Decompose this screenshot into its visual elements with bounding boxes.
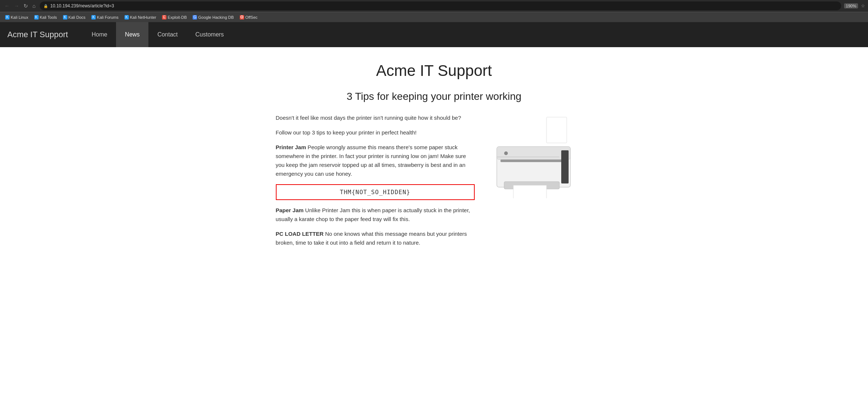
bookmark-label: Google Hacking DB bbox=[198, 15, 234, 20]
back-button[interactable]: ← bbox=[3, 2, 11, 10]
address-bar[interactable]: 🔒 10.10.194.239/news/article?id=3 bbox=[40, 1, 841, 10]
nav-links: HomeNewsContactCustomers bbox=[83, 22, 233, 47]
bookmark-item[interactable]: KKali NetHunter bbox=[122, 14, 159, 20]
bookmark-favicon: K bbox=[34, 15, 39, 20]
bookmark-label: Exploit-DB bbox=[168, 15, 187, 20]
bookmark-label: Kali Forums bbox=[97, 15, 119, 20]
svg-point-7 bbox=[504, 151, 508, 155]
paragraph-1: Doesn't it feel like most days the print… bbox=[276, 113, 475, 122]
svg-rect-2 bbox=[497, 147, 570, 160]
printer-image-container bbox=[489, 113, 593, 200]
url-text: 10.10.194.239/news/article?id=3 bbox=[50, 3, 837, 8]
lock-icon: 🔒 bbox=[43, 4, 48, 8]
printer-jam-paragraph: Printer Jam People wrongly assume this m… bbox=[276, 143, 475, 178]
bookmark-item[interactable]: KKali Docs bbox=[61, 14, 88, 20]
bookmark-favicon: K bbox=[124, 15, 129, 20]
bookmarks-bar: KKali LinuxKKali ToolsKKali DocsKKali Fo… bbox=[0, 12, 868, 22]
bookmark-favicon: O bbox=[240, 15, 244, 20]
site-navigation: Acme IT Support HomeNewsContactCustomers bbox=[0, 22, 868, 47]
article-title: 3 Tips for keeping your printer working bbox=[276, 91, 593, 102]
printer-jam-label: Printer Jam bbox=[276, 144, 306, 150]
page-title: Acme IT Support bbox=[276, 62, 593, 80]
nav-link-home[interactable]: Home bbox=[83, 22, 116, 47]
bookmark-label: Kali Docs bbox=[68, 15, 85, 20]
nav-buttons: ← → ↻ ⌂ bbox=[3, 2, 37, 10]
bookmark-favicon: E bbox=[162, 15, 166, 20]
nav-link-customers[interactable]: Customers bbox=[187, 22, 233, 47]
bookmark-item[interactable]: KKali Forums bbox=[89, 14, 121, 20]
browser-chrome: ← → ↻ ⌂ 🔒 10.10.194.239/news/article?id=… bbox=[0, 0, 868, 22]
home-button[interactable]: ⌂ bbox=[31, 2, 37, 10]
bookmark-item[interactable]: EExploit-DB bbox=[160, 14, 189, 20]
pc-load-label: PC LOAD LETTER bbox=[276, 231, 324, 237]
bookmark-favicon: G bbox=[193, 15, 197, 20]
nav-link-news[interactable]: News bbox=[116, 22, 148, 47]
bookmark-label: Kali NetHunter bbox=[130, 15, 157, 20]
zoom-level: 190% bbox=[844, 3, 858, 8]
bookmark-item[interactable]: GGoogle Hacking DB bbox=[190, 14, 236, 20]
bookmark-item[interactable]: KKali Linux bbox=[3, 14, 31, 20]
bookmark-item[interactable]: KKali Tools bbox=[32, 14, 59, 20]
paper-jam-paragraph: Paper Jam Unlike Printer Jam this is whe… bbox=[276, 206, 475, 224]
main-content: Acme IT Support 3 Tips for keeping your … bbox=[268, 47, 600, 268]
star-icon[interactable]: ☆ bbox=[861, 3, 865, 8]
reload-button[interactable]: ↻ bbox=[22, 2, 29, 10]
site-logo[interactable]: Acme IT Support bbox=[7, 30, 68, 39]
svg-rect-0 bbox=[547, 117, 567, 143]
bookmark-item[interactable]: OOffSec bbox=[238, 14, 260, 20]
svg-rect-4 bbox=[561, 150, 569, 183]
article-body: Doesn't it feel like most days the print… bbox=[276, 113, 593, 253]
flag-text: THM{NOT_SO_HIDDEN} bbox=[340, 189, 410, 196]
bookmark-favicon: K bbox=[5, 15, 10, 20]
pc-load-paragraph: PC LOAD LETTER No one knows what this me… bbox=[276, 230, 475, 247]
paper-jam-text: Unlike Printer Jam this is when paper is… bbox=[276, 207, 470, 222]
browser-titlebar: ← → ↻ ⌂ 🔒 10.10.194.239/news/article?id=… bbox=[0, 0, 868, 12]
browser-actions: 190% ☆ bbox=[844, 3, 865, 8]
forward-button[interactable]: → bbox=[13, 2, 21, 10]
paragraph-2: Follow our top 3 tips to keep your print… bbox=[276, 128, 475, 137]
bookmark-favicon: K bbox=[91, 15, 96, 20]
article-text: Doesn't it feel like most days the print… bbox=[276, 113, 475, 253]
bookmark-favicon: K bbox=[63, 15, 67, 20]
bookmark-label: OffSec bbox=[245, 15, 257, 20]
svg-rect-6 bbox=[513, 185, 547, 198]
printer-illustration bbox=[489, 113, 578, 198]
bookmark-label: Kali Linux bbox=[11, 15, 28, 20]
bookmark-label: Kali Tools bbox=[40, 15, 57, 20]
nav-link-contact[interactable]: Contact bbox=[148, 22, 186, 47]
svg-rect-3 bbox=[500, 160, 567, 162]
flag-box: THM{NOT_SO_HIDDEN} bbox=[276, 184, 475, 200]
paper-jam-label: Paper Jam bbox=[276, 207, 304, 213]
